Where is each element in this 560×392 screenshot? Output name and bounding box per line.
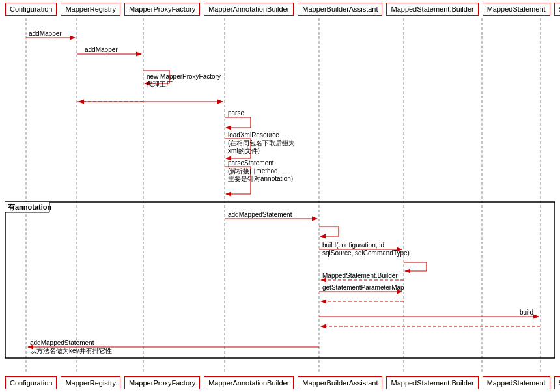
actor-mapped-stmt-top: MappedStatement <box>483 3 550 16</box>
label-getparam: getStatementParameterMap <box>322 284 404 291</box>
actor-assistant-bottom: MapperBuilderAssistant <box>298 376 382 389</box>
actor-registry-bottom: MapperRegistry <box>61 376 120 389</box>
label-proxy-factory: 代理工厂 <box>146 81 173 88</box>
label-addmapper-1: addMapper <box>29 30 62 37</box>
label-build-1: build(configuration, id, <box>322 242 386 249</box>
label-new-proxy: new MapperProxyFactory <box>147 73 221 80</box>
sequence-diagram: 有annotation addMapper addMapper new Mapp… <box>0 18 560 372</box>
label-parse-stmt-3: 主要是针对annotation) <box>228 175 293 182</box>
msg-parse <box>225 117 251 128</box>
label-parse: parse <box>228 109 244 117</box>
msg-assistant-self <box>319 227 339 236</box>
label-build-strictmap: build <box>520 309 533 316</box>
actor-strictmap-top: StrictMap <box>554 3 560 16</box>
label-parse-stmt-2: (解析接口method, <box>228 167 279 175</box>
label-addmapped-config-2: 以方法名做为key并有排它性 <box>30 347 112 354</box>
label-build-2: sqlSource, sqlCommandType) <box>322 249 410 257</box>
label-addmapper-2: addMapper <box>85 46 118 53</box>
actor-assistant-top: MapperBuilderAssistant <box>298 3 382 16</box>
actor-proxy-top: MapperProxyFactory <box>124 3 200 16</box>
label-loadxml-3: xml的文件) <box>228 147 260 154</box>
actor-annotation-bottom: MapperAnnotationBuilder <box>204 376 294 389</box>
actor-mapped-builder-bottom: MappedStatement.Builder <box>386 376 478 389</box>
fragment-box <box>5 202 555 358</box>
label-loadxml-1: loadXmlResource <box>228 132 279 139</box>
bottom-actor-row: Configuration MapperRegistry MapperProxy… <box>0 374 560 392</box>
actor-config-bottom: Configuration <box>5 376 57 389</box>
actor-mapped-stmt-bottom: MappedStatement <box>483 376 550 389</box>
label-return-builder: MappedStatement.Builder <box>322 272 398 279</box>
label-parse-stmt-1: parseStatement <box>228 160 274 167</box>
actor-annotation-top: MapperAnnotationBuilder <box>204 3 294 16</box>
label-addmapped: addMappedStatement <box>228 211 292 218</box>
top-actor-row: Configuration MapperRegistry MapperProxy… <box>0 0 560 18</box>
actor-config-top: Configuration <box>5 3 57 16</box>
msg-builder-self <box>404 262 427 271</box>
actor-proxy-bottom: MapperProxyFactory <box>124 376 200 389</box>
fragment-label: 有annotation <box>7 203 51 211</box>
actor-registry-top: MapperRegistry <box>61 3 120 16</box>
actor-strictmap-bottom: StrictMap <box>554 376 560 389</box>
label-loadxml-2: (在相同包名下取后缀为 <box>228 139 295 147</box>
actor-mapped-builder-top: MappedStatement.Builder <box>386 3 478 16</box>
label-addmapped-config-1: addMappedStatement <box>30 339 94 346</box>
